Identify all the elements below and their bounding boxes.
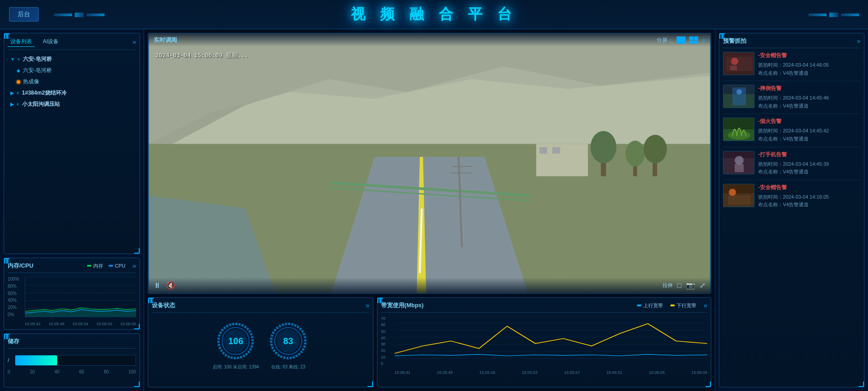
bw-y-10: 10	[381, 355, 394, 359]
device-group-label-1: 六安-皂河桥	[23, 55, 52, 63]
screenshot-button[interactable]: 📷	[686, 281, 695, 290]
crop-button[interactable]: □	[677, 282, 682, 290]
fullscreen-button[interactable]: ⤢	[700, 281, 705, 290]
device-group-label-2: 1#384m2烧结环冷	[22, 89, 67, 97]
mute-button[interactable]: 🔇	[166, 281, 175, 290]
screen-label: 分屏：	[657, 36, 673, 44]
list-item[interactable]: ◆ 六安-皂河桥	[8, 65, 136, 76]
list-item[interactable]: ▶ ≡ 1#384m2烧结环冷	[8, 87, 136, 99]
screen-1-button[interactable]	[677, 36, 686, 44]
chart-content	[25, 277, 136, 317]
alert-expand[interactable]: »	[857, 37, 860, 45]
list-item[interactable]: -打手机告警 抓拍时间：2024-03-04 14:45:39 布点名称：V4告…	[723, 151, 860, 180]
bw-chart-content	[395, 316, 707, 366]
grid-line	[25, 309, 136, 309]
alert-title: 预警抓拍	[723, 37, 746, 45]
memory-cpu-header: 内存/CPU 内存 CPU »	[8, 262, 136, 273]
x-label-4: 15:06:00	[96, 322, 112, 326]
page-title: 视 频 融 合 平 台	[351, 5, 517, 24]
bw-y-20: 20	[381, 348, 394, 353]
alert-meta-1: 抓拍时间：2024-03-04 14:46:05 布点名称：V4告警通道	[758, 61, 860, 77]
bw-x-1: 15:05:41	[395, 370, 410, 375]
alert-info-3: -烟火告警 抓拍时间：2024-03-04 14:45:42 布点名称：V4告警…	[758, 118, 860, 143]
bw-x-7: 15:06:05	[649, 370, 665, 375]
bandwidth-svg	[395, 316, 707, 366]
svg-point-51	[728, 131, 750, 140]
upload-legend-dot	[637, 305, 641, 306]
list-item[interactable]: -安全帽告警 抓拍时间：2024-03-04 14:46:05 布点名称：V4告…	[723, 52, 860, 81]
device-name-1: 六安-皂河桥	[23, 67, 52, 74]
alert-thumb-3-img	[723, 118, 754, 141]
main-layout: 设备列表 AI设备 » ▼ ≡ 六安-皂河桥 ◆ 六安-皂河桥 热成	[0, 29, 868, 391]
video-title: 实时调阅	[154, 36, 177, 44]
bandwidth-expand[interactable]: »	[704, 302, 707, 309]
storage-bar-track	[15, 355, 136, 366]
list-item[interactable]: -安全帽告警 抓拍时间：2024-03-04 14:16:05 布点名称：V4告…	[723, 184, 860, 213]
video-right-controls: 拉伸 □ 📷 ⤢	[663, 281, 705, 290]
list-item[interactable]: 热成像	[8, 76, 136, 87]
alert-thumb-2-img	[723, 85, 754, 108]
video-expand-btn[interactable]: »	[702, 36, 705, 44]
alert-info-1: -安全帽告警 抓拍时间：2024-03-04 14:46:05 布点名称：V4告…	[758, 52, 860, 77]
tab-ai-device[interactable]: AI设备	[40, 37, 61, 47]
device-list-header: 设备列表 AI设备 »	[8, 37, 136, 50]
x-axis-labels: 15:05:42 15:05:48 15:05:54 15:06:00 15:0…	[25, 317, 136, 326]
storage-header: 储存	[8, 337, 136, 349]
deco-bar-6	[841, 14, 859, 16]
alert-panel: 预警抓拍 » -安全帽告警	[719, 33, 864, 387]
svg-rect-44	[730, 66, 737, 70]
screen-4-button[interactable]	[689, 36, 698, 44]
table-icon-3: ≡	[17, 102, 19, 107]
header-deco-left	[54, 0, 189, 29]
storage-bar-fill	[15, 355, 57, 365]
memory-cpu-title: 内存/CPU	[8, 262, 33, 270]
bw-y-labels: 70 60 50 40 30 20 10 0	[381, 316, 394, 366]
device-status-expand[interactable]: »	[366, 302, 369, 309]
svg-rect-24	[148, 33, 711, 293]
play-pause-button[interactable]: ⏸	[154, 282, 161, 290]
storage-bars: /	[8, 353, 136, 368]
svg-point-43	[731, 58, 738, 65]
chevron-icon-3: ▶	[10, 102, 14, 107]
bw-x-labels: 15:05:41 15:05:45 15:05:49 15:05:53 15:0…	[395, 366, 707, 375]
device-list-expand[interactable]: »	[132, 38, 136, 45]
device-status-panel: 设备状态 »	[148, 297, 373, 387]
svg-point-54	[735, 156, 744, 165]
alert-thumb-5	[723, 184, 754, 207]
alert-info-2: -摔倒告警 抓拍时间：2024-03-04 14:45:46 布点名称：V4告警…	[758, 85, 860, 110]
table-icon: ≡	[18, 57, 20, 62]
bw-y-40: 40	[381, 336, 394, 340]
y-axis-labels: 100% 80% 60% 40% 20% 0%	[8, 277, 23, 317]
grid-line	[25, 300, 136, 301]
alert-thumb-4-img	[723, 151, 754, 174]
bw-y-50: 50	[381, 329, 394, 334]
bottom-row: 设备状态 »	[148, 297, 711, 387]
device-status-title: 设备状态	[152, 301, 175, 309]
memory-cpu-expand[interactable]: »	[132, 262, 136, 269]
list-item[interactable]: ▼ ≡ 六安-皂河桥	[8, 54, 136, 65]
cpu-memory-svg	[25, 277, 136, 317]
alert-list: -安全帽告警 抓拍时间：2024-03-04 14:46:05 布点名称：V4告…	[723, 52, 860, 213]
list-item[interactable]: ▶ ≡ 小太阳沟调压站	[8, 99, 136, 110]
video-timestamp: 2024-03-04 15:06:09 星期...	[155, 51, 248, 59]
bw-x-6: 15:06:01	[607, 370, 623, 375]
video-top-controls: 分屏： »	[657, 36, 705, 44]
alert-thumb-1	[723, 52, 754, 75]
storage-x-80: 80	[104, 369, 109, 374]
alert-thumb-5-img	[723, 184, 754, 207]
list-item[interactable]: -烟火告警 抓拍时间：2024-03-04 14:45:42 布点名称：V4告警…	[723, 118, 860, 147]
gauge-1-value: 106	[228, 336, 243, 346]
back-button[interactable]: 后台	[9, 7, 39, 22]
bandwidth-panel: 带宽使用(Mbps) 上行宽带 下行宽带 »	[377, 297, 711, 387]
download-label: 下行宽带	[677, 302, 696, 309]
bw-x-4: 15:05:53	[522, 370, 537, 375]
status-dot-orange	[17, 80, 20, 84]
device-list-tabs: 设备列表 AI设备	[8, 37, 61, 47]
svg-point-48	[736, 89, 742, 95]
deco-bar-3	[86, 14, 105, 16]
device-list: ▼ ≡ 六安-皂河桥 ◆ 六安-皂河桥 热成像 ▶ ≡ 1#384m2烧结环冷	[8, 54, 136, 110]
tab-device-list[interactable]: 设备列表	[8, 37, 35, 47]
list-item[interactable]: -摔倒告警 抓拍时间：2024-03-04 14:45:46 布点名称：V4告警…	[723, 85, 860, 114]
storage-row: /	[8, 353, 136, 368]
bw-y-70: 70	[381, 316, 394, 321]
